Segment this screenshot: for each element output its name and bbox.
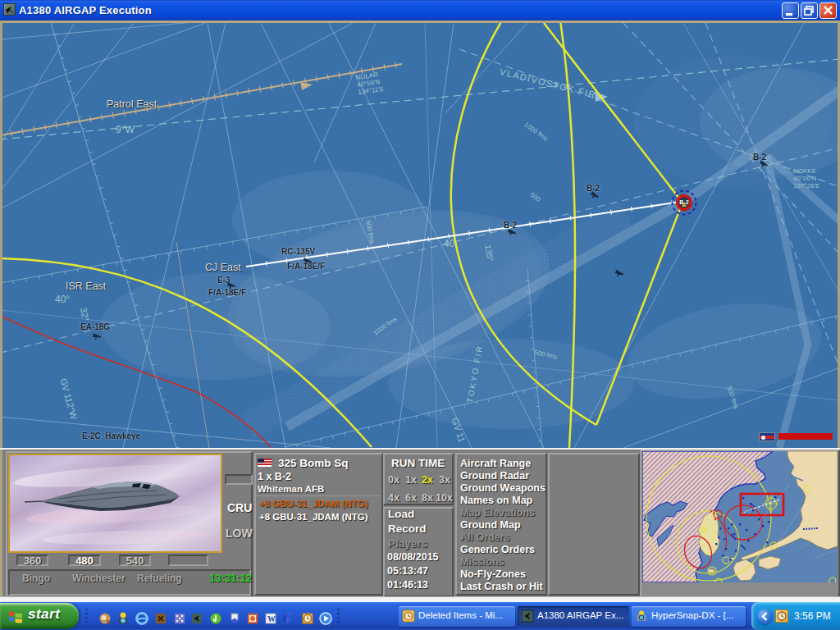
- svg-text:fp: fp: [283, 614, 292, 623]
- svg-text:W: W: [267, 614, 276, 623]
